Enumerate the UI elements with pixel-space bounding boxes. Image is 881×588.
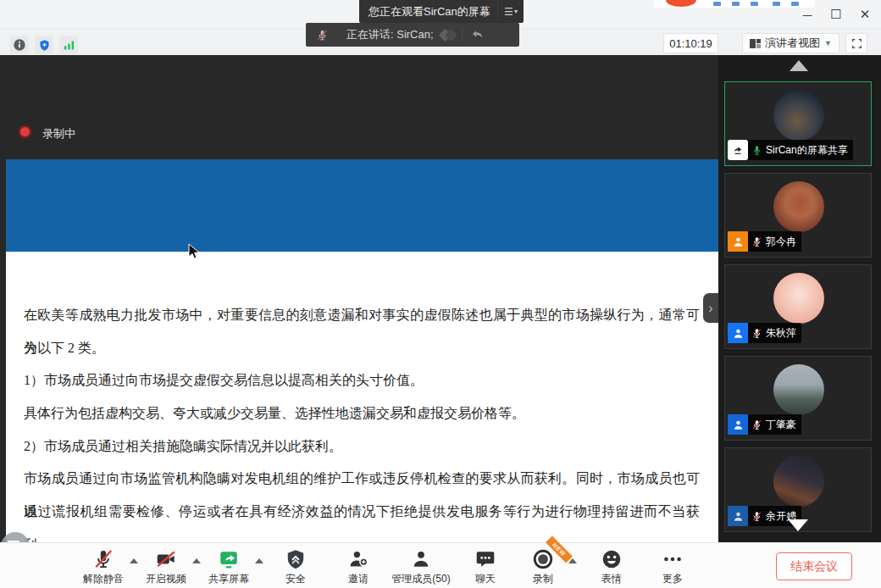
meeting-toolbar: 解除静音 开启视频 共享屏幕 安全 邀请 管理成员(50) 聊天 <box>0 542 881 588</box>
slide-text-line: 为以下 2 类。 <box>24 332 700 365</box>
avatar <box>773 181 824 232</box>
person-badge-icon <box>728 414 748 435</box>
background-app-logo <box>666 0 696 7</box>
unmute-label: 解除静音 <box>83 572 124 586</box>
emoji-label: 表情 <box>601 572 622 586</box>
recording-indicator: 录制中 <box>42 126 75 141</box>
smiley-icon <box>601 548 623 570</box>
share-screen-icon <box>218 548 240 570</box>
network-signal-button[interactable] <box>59 36 78 54</box>
slide-body: 在欧美等成熟电力批发市场中，对重要信息的刻意遗漏和对事实的虚假陈述也属于典型的市… <box>6 252 718 563</box>
sidebar-collapse-handle[interactable]: › <box>703 293 718 323</box>
mic-on-icon <box>751 145 762 156</box>
avatar <box>773 273 824 324</box>
record-options-caret[interactable] <box>568 558 577 563</box>
muted-mic-icon <box>306 27 339 42</box>
meeting-logo-icon <box>440 31 456 40</box>
participant-name: 丁肇豪 <box>766 418 796 432</box>
slide-text-block: 在欧美等成熟电力批发市场中，对重要信息的刻意遗漏和对事实的虚假陈述也属于典型的市… <box>24 299 700 529</box>
watching-banner-text: 您正在观看SirCan的屏幕 <box>359 4 497 19</box>
members-icon <box>410 548 432 570</box>
more-label: 更多 <box>662 572 683 586</box>
participant-tile[interactable]: 丁肇豪 <box>724 356 872 441</box>
participant-tile-sircan[interactable]: SirCan的屏幕共享 <box>724 81 872 166</box>
background-app-icon <box>773 2 780 6</box>
more-button[interactable]: 更多 <box>640 548 705 586</box>
meeting-window: ─ ☐ ✕ 您正在观看SirCan的屏幕 ☰▾ 正在讲话: SirCan; 01… <box>0 0 881 588</box>
slide-text-line: 通过谎报机组需要检修、停运或者在具有经济效益的情况下拒绝提供发电服务等行为进行物… <box>24 496 700 529</box>
more-dots-icon <box>662 548 684 570</box>
participant-name: 郭今冉 <box>766 235 796 249</box>
mic-muted-icon <box>751 511 762 522</box>
chat-icon <box>474 548 496 570</box>
end-meeting-button[interactable]: 结束会议 <box>776 552 852 580</box>
person-badge-icon <box>728 506 748 526</box>
chat-button[interactable]: 聊天 <box>453 548 518 586</box>
reply-arrow-icon[interactable] <box>471 29 485 41</box>
record-label: 录制 <box>533 572 553 586</box>
record-icon <box>532 548 554 570</box>
fullscreen-button[interactable] <box>845 33 867 53</box>
minimize-button[interactable]: ─ <box>796 3 818 25</box>
speaking-banner-text: 正在讲话: SirCan; <box>339 27 439 42</box>
invite-button[interactable]: 邀请 <box>326 548 391 586</box>
recording-dot-icon <box>20 127 30 136</box>
chevron-down-icon: ▼ <box>824 39 832 47</box>
mic-muted-icon <box>92 548 114 570</box>
start-video-button[interactable]: 开启视频 <box>134 548 198 586</box>
scroll-down-arrow[interactable] <box>788 519 808 531</box>
share-options-caret[interactable] <box>255 558 263 563</box>
person-badge-icon <box>728 231 748 252</box>
shield-icon <box>285 548 307 570</box>
layout-icon <box>750 39 761 48</box>
speaking-banner: 正在讲话: SirCan; <box>306 23 519 47</box>
record-button[interactable]: 录制 NEW <box>511 548 575 586</box>
close-button[interactable]: ✕ <box>854 3 876 25</box>
unmute-button[interactable]: 解除静音 <box>71 548 136 586</box>
participant-tile[interactable]: 朱秋萍 <box>724 264 872 349</box>
mic-muted-icon <box>751 236 762 247</box>
slide-text-line: 市场成员通过向市场监管机构隐瞒对发电机组的维护工作或违反停机检查的要求从而获利。… <box>24 463 700 496</box>
slide-text-line: 在欧美等成熟电力批发市场中，对重要信息的刻意遗漏和对事实的虚假陈述也属于典型的市… <box>24 299 700 332</box>
invite-person-icon <box>347 548 369 570</box>
slide-header-band: 三、 信息漏报与虚假陈述 <box>6 159 718 252</box>
background-app-icon <box>732 2 740 6</box>
meeting-timer: 01:10:19 <box>663 33 718 53</box>
security-shield-button[interactable] <box>35 36 53 54</box>
slide-text-line: 1）市场成员通过向市场提交虚假交易信息以提高相关的头寸价值。 <box>24 364 700 397</box>
emoji-button[interactable]: 表情 <box>579 548 644 586</box>
share-screen-button[interactable]: 共享屏幕 <box>197 548 261 586</box>
person-badge-icon <box>728 323 748 343</box>
avatar <box>773 90 824 141</box>
background-app-toolbar <box>654 0 815 8</box>
watching-banner: 您正在观看SirCan的屏幕 ☰▾ <box>359 0 524 23</box>
manage-members-label: 管理成员(50) <box>391 572 450 586</box>
start-video-label: 开启视频 <box>146 572 186 586</box>
mouse-cursor <box>186 243 200 260</box>
security-button[interactable]: 安全 <box>263 548 328 586</box>
participant-name: SirCan的屏幕共享 <box>766 143 848 158</box>
view-mode-button[interactable]: 演讲者视图 ▼ <box>742 33 839 53</box>
chat-label: 聊天 <box>475 572 496 586</box>
maximize-button[interactable]: ☐ <box>825 3 847 25</box>
view-mode-label: 演讲者视图 <box>765 36 820 51</box>
participants-sidebar: SirCan的屏幕共享 郭今冉 <box>718 55 881 542</box>
background-app-icon <box>751 2 758 6</box>
banner-menu-icon[interactable]: ☰▾ <box>497 0 524 23</box>
mic-muted-icon <box>751 328 762 339</box>
invite-label: 邀请 <box>348 572 368 586</box>
meeting-info-button[interactable] <box>10 36 29 54</box>
scroll-up-arrow[interactable] <box>790 60 808 71</box>
participant-tile[interactable]: 郭今冉 <box>724 173 872 258</box>
background-app-icon <box>713 2 721 6</box>
slide-text-line: 具体行为包括虚构交易、夸大或减少交易量、选择性地遗漏交易和虚报交易价格等。 <box>24 397 700 430</box>
security-label: 安全 <box>285 572 306 586</box>
manage-members-button[interactable]: 管理成员(50) <box>389 548 453 586</box>
share-screen-label: 共享屏幕 <box>208 572 249 586</box>
avatar <box>773 456 824 507</box>
mic-muted-icon <box>751 419 762 430</box>
participant-name: 朱秋萍 <box>766 326 796 341</box>
banner-divider <box>462 28 463 42</box>
screen-share-badge-icon <box>728 140 748 160</box>
slide-text-line: 2）市场成员通过相关措施隐瞒实际情况并以此获利。 <box>24 430 700 463</box>
